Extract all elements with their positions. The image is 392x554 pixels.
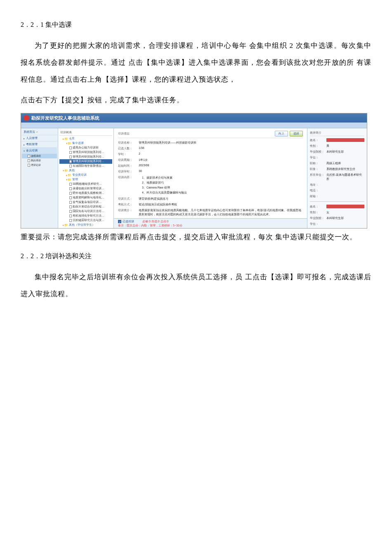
sidenav-item-assessment[interactable]: ▸考核管理 [22,141,57,148]
tree-course-0[interactable]: 提高办公能力培训班 [59,146,112,150]
file-icon [69,151,72,154]
tree-other[interactable]: ▾📁其他 [59,168,112,173]
sidenav-sub-select-course[interactable]: 选报课程 [22,154,57,158]
file-icon [69,160,72,163]
file-icon [69,215,72,217]
para-221a: 为了更好的把握大家的培训需求，合理安排课程，培训中心每年 会集中组织 2 次集中… [21,38,371,88]
instr-unit [326,156,364,160]
label-form: 培训方式： [118,197,139,201]
folder-icon: ▸📁 [63,137,68,141]
instr-tel [326,189,364,193]
label-name: 培训名称： [118,141,139,145]
sidenav-sub-my-training[interactable]: 我的培训 [22,158,57,163]
sidenav-sub-training-record[interactable]: 培训记录 [22,163,57,167]
instr-email-label: 邮箱： [310,194,326,198]
tree-mgmt[interactable]: ▾📁管理 [59,177,112,182]
folder-icon: ▾📁 [66,142,71,145]
heading-221: 2．2．1 集中选课 [21,21,371,29]
tree-mgmt-0[interactable]: 3D网格雕绘技术研究… [59,182,112,186]
val-intro: 地质摄影需要拍出真实的地质风貌地貌。几十七来地质学运动内心也可发和新自了各种名样… [139,208,303,217]
para-222: 集中报名完毕之后培训班有余位会再次投入系统供员工选择，员 工点击【选课】即可报名… [21,269,371,303]
tree-mgmt-7[interactable]: 有机地球化学研究方法… [59,214,112,218]
val-enrolled: 1/36 [139,146,303,151]
app-titlebar: 勘探开发研究院人事信息辅助系统 [21,113,367,123]
screenshot-container: 勘探开发研究院人事信息辅助系统 系统首页< ▸人员管理 ▸考核管理 ▾全员培调 … [21,113,371,229]
file-icon [69,183,72,186]
file-icon [69,201,72,204]
tree-mgmt-2[interactable]: 野外地质露头观察检测… [59,191,112,196]
folder-icon: ▸📁 [66,174,71,177]
file-icon [28,159,30,162]
instr2-title-label: 职称： [310,228,326,229]
instr2-unit-label: 学位： [310,222,326,226]
val-form: 课堂讲授/构定实践练习 [139,197,303,201]
label-start: 起始时间： [118,164,139,168]
tree-course-4[interactable]: 石油国际地学最新信息… [59,164,112,168]
sidenav-item-personnel[interactable]: ▸人员管理 [22,135,57,141]
important-note: 重要提示：请您完成选择所需课程后再点击提交，提交后进入审批流程，每次 集中选课只… [21,231,371,244]
collapse-icon: < [36,131,38,133]
label-enrolled: 已选人数： [118,146,139,151]
val-duration: 1年1次 [139,158,303,162]
expand-icon: ▸ [24,143,25,146]
sidenav-item-training[interactable]: ▾全员培调 [22,148,57,154]
instructor-panel: 教师简介 姓名： 性别：男 毕业院校：本科研究生部 学位： 职称：高级工程师 职… [307,128,367,228]
instr-degree: 本科研究生部 [326,150,364,154]
file-icon [69,219,72,222]
file-icon [28,155,30,158]
instructor-divider [310,201,364,202]
tree-concentrated[interactable]: ▾📁集中选课 [59,141,112,146]
tree-mgmt-8[interactable]: 沉积储层研究方法与技… [59,218,112,223]
app-logo-icon [24,115,29,121]
file-icon [69,165,72,167]
detail-header-title: 培训信息 [118,132,130,136]
instr-org: 北控所-装体与圆通者术研究所 [326,173,364,181]
tree-panel: 培训树表 ▸📁仓库 ▾📁集中选课 提高办公能力培训班 管理及科研技能系列培… 管… [58,128,114,228]
label-intro: 培训简介： [118,208,139,217]
instr-post: 系聘教授并研究室主任 [326,167,364,171]
instr2-gender: 女 [326,210,364,215]
folder-icon: ▸📁 [63,224,68,227]
file-icon [69,146,72,149]
content-item-2: 2、地质摄影技巧 [142,180,303,185]
tree-rest[interactable]: ▸📁其他（学位留学生） [59,223,112,227]
sidenav-item-home[interactable]: 系统首页< [22,129,57,135]
tree-course-3-selected[interactable]: 管理及科研技能系列培… [59,159,112,164]
tree-course-2[interactable]: 管理及科研技能系列培… [59,155,112,159]
instr2-name-redacted [326,205,364,208]
file-icon [69,205,72,208]
heading-222: 2．2．2 培训补选和关注 [21,252,371,261]
tree-mgmt-1[interactable]: 录播动效分析管理培训… [59,186,112,191]
folder-icon: ▾📁 [66,178,71,182]
expand-down-icon: ▾ [24,149,25,152]
tree-root[interactable]: ▸📁仓库 [59,137,112,141]
val-start: 2015/08 [139,164,303,168]
tree-mgmt-6[interactable]: 国际知名与培训方法培… [59,209,112,214]
tree-pro[interactable]: ▸📁专业类培训 [59,173,112,177]
app-window: 勘探开发研究院人事信息辅助系统 系统首页< ▸人员管理 ▸考核管理 ▾全员培调 … [21,113,367,229]
para-221b: 点击右下方【提交】按钮，完成了集中选课任务。 [21,92,371,109]
instr-title-label: 职称： [310,161,326,165]
bottom-selected[interactable]: ✓已选培训 [118,219,134,224]
instructor-header: 教师简介 [310,130,364,136]
tree-header: 培训树表 [59,130,112,136]
instr-title: 高级工程师 [326,161,364,165]
tree-mgmt-5[interactable]: 勘探开发综合培训班程… [59,205,112,209]
menu-strip [21,123,367,128]
bottom-stats: 必修:0 自选:0 总分:0 [142,219,168,224]
up-button[interactable]: 向上 [275,131,288,137]
label-content: 培训内容： [118,175,139,195]
tree-mgmt-4[interactable]: 全气候复杂项目培训… [59,200,112,205]
file-icon [28,164,30,167]
tree-mgmt-3[interactable]: 地质资料解释与地球化… [59,196,112,200]
instr2-title: 工程师 [326,228,364,229]
bottom-hint: 备注：图文总分：内勤：管理，工资榜群：5~30分 [118,224,182,228]
select-button[interactable]: 选择 [290,131,303,137]
content-item-3: 3、Camera Raw 处理 [142,185,303,190]
tree-course-1[interactable]: 管理及科研技能系列培… [59,150,112,155]
label-duration: 培训周期： [118,158,139,162]
instr-name-label: 姓名： [310,138,326,142]
file-icon [69,187,72,190]
instr2-name-label: 姓名： [310,205,326,209]
instr-org-label: 所在单位： [310,173,326,181]
